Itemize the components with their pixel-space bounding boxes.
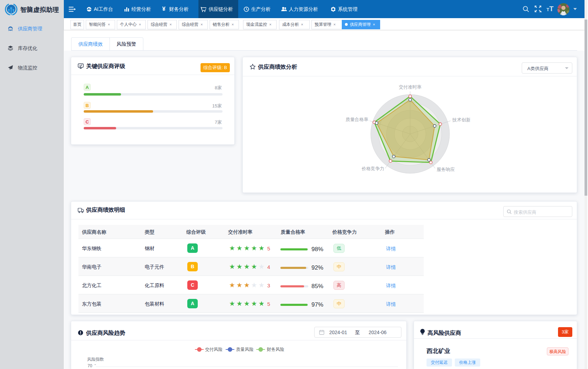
svg-text:技术创新: 技术创新 (452, 117, 470, 122)
svg-text:交付准时率: 交付准时率 (399, 84, 422, 90)
svg-text:服务响应: 服务响应 (437, 167, 455, 172)
svg-text:财务风险: 财务风险 (267, 347, 285, 352)
svg-text:交付风险: 交付风险 (205, 347, 223, 352)
svg-text:价格竞争力: 价格竞争力 (361, 166, 384, 171)
svg-text:质量合格率: 质量合格率 (346, 117, 368, 122)
svg-text:质量风险: 质量风险 (236, 347, 254, 352)
